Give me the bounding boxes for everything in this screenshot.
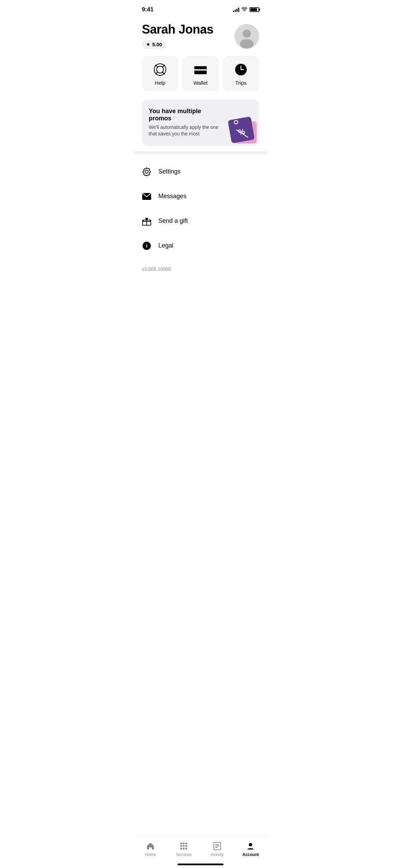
- user-name: Sarah Jonas: [142, 23, 214, 36]
- settings-label: Settings: [158, 168, 181, 175]
- legal-menu-item[interactable]: i Legal: [134, 233, 267, 258]
- legal-label: Legal: [158, 242, 173, 249]
- settings-menu-item[interactable]: Settings: [134, 159, 267, 184]
- promo-illustration: %: [224, 109, 259, 146]
- svg-text:i: i: [146, 243, 147, 249]
- messages-menu-item[interactable]: Messages: [134, 184, 267, 209]
- trips-label: Trips: [235, 80, 247, 86]
- gift-menu-item[interactable]: Send a gift: [134, 209, 267, 233]
- signal-icon: [233, 7, 239, 12]
- promo-description: We'll automatically apply the one that s…: [149, 124, 225, 137]
- envelope-icon: [142, 192, 151, 201]
- rating-value: 5.00: [152, 41, 162, 47]
- section-divider: [134, 151, 267, 154]
- status-icons: [233, 7, 259, 12]
- wallet-button[interactable]: Wallet: [182, 56, 219, 91]
- version-text: v3.606.10000: [134, 261, 267, 280]
- wallet-icon: [194, 63, 207, 76]
- trips-button[interactable]: Trips: [223, 56, 259, 91]
- rating-badge: ★ 5.00: [142, 40, 166, 49]
- avatar-image: [234, 24, 259, 49]
- gear-icon: [142, 167, 151, 177]
- info-icon: i: [142, 241, 151, 251]
- gift-label: Send a gift: [158, 217, 188, 225]
- star-icon: ★: [146, 41, 150, 47]
- help-label: Help: [155, 80, 166, 86]
- quick-actions: Help Wallet Trips: [134, 53, 267, 97]
- menu-list: Settings Messages Send a gift i: [134, 157, 267, 261]
- wallet-label: Wallet: [193, 80, 207, 86]
- header-left: Sarah Jonas ★ 5.00: [142, 23, 214, 49]
- trips-icon: [234, 63, 248, 76]
- status-time: 9:41: [142, 6, 154, 13]
- svg-rect-11: [194, 69, 207, 71]
- status-bar: 9:41: [134, 0, 267, 17]
- svg-rect-10: [194, 66, 207, 69]
- header: Sarah Jonas ★ 5.00: [134, 17, 267, 53]
- gift-icon: [142, 216, 151, 226]
- wifi-icon: [241, 7, 247, 12]
- promo-title: You have multiple promos: [149, 108, 225, 122]
- battery-icon: [250, 7, 259, 12]
- messages-label: Messages: [158, 193, 186, 200]
- svg-point-1: [243, 29, 251, 38]
- avatar[interactable]: [234, 24, 259, 49]
- help-icon: [153, 63, 167, 76]
- promo-banner[interactable]: You have multiple promos We'll automatic…: [142, 99, 259, 146]
- help-button[interactable]: Help: [142, 56, 178, 91]
- svg-point-2: [240, 39, 254, 49]
